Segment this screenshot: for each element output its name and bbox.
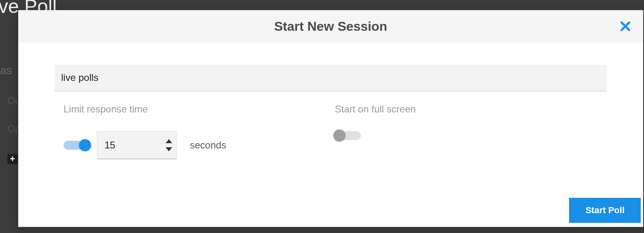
modal-footer: Start Poll bbox=[18, 198, 643, 227]
limit-time-toggle[interactable] bbox=[64, 141, 90, 150]
number-spinner bbox=[166, 139, 172, 151]
session-name-input[interactable] bbox=[55, 65, 607, 91]
spinner-up-button[interactable] bbox=[166, 139, 172, 143]
add-icon: + bbox=[7, 154, 18, 164]
close-icon bbox=[619, 20, 632, 33]
options-row: Limit response time seconds bbox=[55, 104, 607, 159]
response-time-input[interactable] bbox=[97, 131, 177, 159]
limit-response-time-label: Limit response time bbox=[55, 104, 331, 115]
toggle-knob bbox=[333, 129, 345, 142]
fullscreen-label: Start on full screen bbox=[331, 104, 607, 115]
close-button[interactable] bbox=[619, 20, 632, 33]
start-poll-button[interactable]: Start Poll bbox=[569, 198, 641, 223]
toggle-knob bbox=[79, 139, 91, 151]
limit-response-time-section: Limit response time seconds bbox=[55, 104, 331, 159]
modal-title: Start New Session bbox=[274, 19, 387, 34]
spinner-down-button[interactable] bbox=[166, 147, 172, 151]
start-session-modal: Start New Session Limit response time bbox=[18, 10, 643, 227]
time-input-wrapper bbox=[97, 131, 177, 159]
modal-header: Start New Session bbox=[18, 10, 643, 42]
modal-body: Limit response time seconds bbox=[18, 42, 643, 198]
background-text: as bbox=[0, 64, 12, 77]
fullscreen-toggle[interactable] bbox=[335, 131, 361, 140]
seconds-label: seconds bbox=[190, 140, 226, 151]
fullscreen-controls bbox=[331, 131, 607, 140]
fullscreen-section: Start on full screen bbox=[331, 104, 607, 159]
limit-time-controls: seconds bbox=[55, 131, 331, 159]
